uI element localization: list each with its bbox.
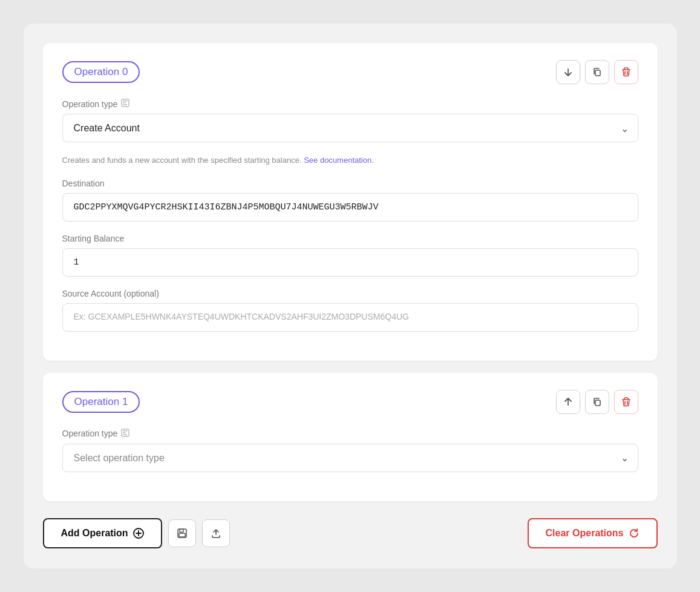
- duplicate-button-0[interactable]: [585, 60, 609, 84]
- operation-card-0: Operation 0: [43, 43, 658, 361]
- operation-type-select-wrapper-0: Create Account Payment Path Payment Mana…: [62, 114, 638, 142]
- operation-type-select-wrapper-1: Select operation type Create Account Pay…: [62, 444, 638, 472]
- clear-operations-button[interactable]: Clear Operations: [528, 518, 658, 548]
- source-account-label: Source Account (optional): [62, 289, 638, 298]
- source-account-input[interactable]: [62, 303, 638, 332]
- delete-button-1[interactable]: [614, 390, 638, 414]
- info-icon-0: [121, 99, 129, 109]
- export-icon: [211, 528, 221, 539]
- card-header-0: Operation 0: [62, 60, 638, 84]
- move-up-button-1[interactable]: [556, 390, 580, 414]
- move-down-button-0[interactable]: [556, 60, 580, 84]
- bottom-bar: Add Operation Clea: [43, 518, 658, 548]
- export-button[interactable]: [202, 519, 230, 547]
- destination-field-group: Destination: [62, 179, 638, 222]
- source-account-field-group: Source Account (optional): [62, 289, 638, 332]
- operation-0-badge: Operation 0: [62, 61, 140, 83]
- clear-operations-label: Clear Operations: [546, 528, 624, 539]
- save-icon: [177, 528, 188, 539]
- operation-type-select-1[interactable]: Select operation type Create Account Pay…: [62, 444, 638, 472]
- add-operation-button[interactable]: Add Operation: [43, 518, 162, 548]
- svg-rect-4: [123, 104, 127, 105]
- operation-description-0: Creates and funds a new account with the…: [62, 154, 638, 166]
- operation-type-label-0: Operation type: [62, 99, 638, 109]
- svg-rect-5: [595, 400, 600, 406]
- card-actions-0: [556, 60, 638, 84]
- svg-rect-3: [123, 102, 126, 104]
- svg-rect-2: [123, 100, 128, 102]
- svg-rect-9: [123, 434, 127, 435]
- card-actions-1: [556, 390, 638, 414]
- operation-type-select-0[interactable]: Create Account Payment Path Payment Mana…: [62, 114, 638, 142]
- refresh-icon: [629, 528, 639, 539]
- info-icon-1: [121, 429, 129, 439]
- duplicate-button-1[interactable]: [585, 390, 609, 414]
- delete-button-0[interactable]: [614, 60, 638, 84]
- plus-circle-icon: [133, 528, 144, 539]
- starting-balance-field-group: Starting Balance: [62, 234, 638, 277]
- operation-type-group-1: Operation type Select operation type Cre…: [62, 429, 638, 472]
- operation-type-group-0: Operation type Create Account Payment Pa…: [62, 99, 638, 142]
- operation-1-badge: Operation 1: [62, 391, 140, 413]
- page-wrapper: Operation 0: [24, 24, 677, 568]
- save-button[interactable]: [168, 519, 196, 547]
- svg-rect-13: [179, 533, 185, 537]
- destination-label: Destination: [62, 179, 638, 188]
- destination-input[interactable]: [62, 193, 638, 222]
- svg-rect-0: [595, 70, 600, 76]
- operation-card-1: Operation 1: [43, 373, 658, 501]
- add-operation-label: Add Operation: [61, 528, 128, 539]
- starting-balance-label: Starting Balance: [62, 234, 638, 243]
- bottom-left-actions: Add Operation: [43, 518, 230, 548]
- svg-rect-7: [123, 430, 128, 432]
- svg-rect-8: [123, 432, 126, 433]
- operation-type-label-1: Operation type: [62, 429, 638, 439]
- card-header-1: Operation 1: [62, 390, 638, 414]
- see-documentation-link-0[interactable]: See documentation.: [304, 156, 374, 165]
- starting-balance-input[interactable]: [62, 248, 638, 277]
